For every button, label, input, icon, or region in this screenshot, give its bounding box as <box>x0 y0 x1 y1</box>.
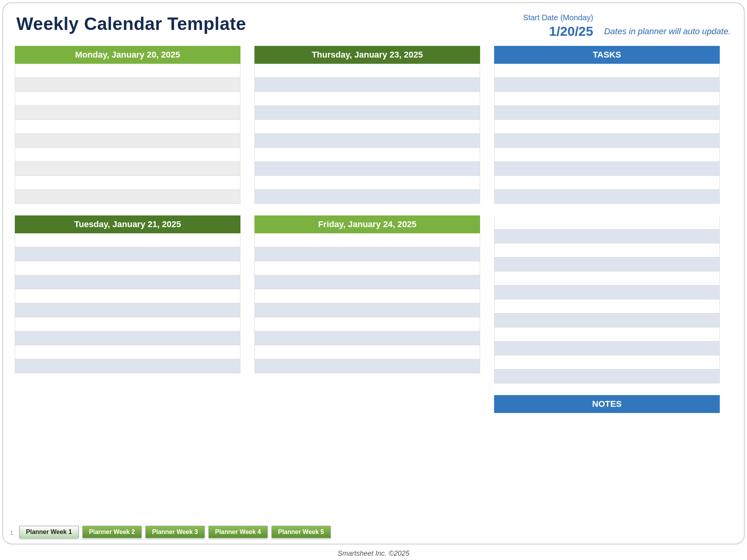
list-row[interactable] <box>15 92 240 106</box>
list-row[interactable] <box>254 176 480 190</box>
list-row[interactable] <box>254 289 480 303</box>
day-rows-friday[interactable] <box>254 233 480 373</box>
list-row[interactable] <box>494 257 720 271</box>
list-row[interactable] <box>254 92 480 106</box>
tasks-rows-bottom[interactable] <box>494 215 720 383</box>
page-title: Weekly Calendar Template <box>16 13 246 34</box>
list-row[interactable] <box>494 369 720 383</box>
list-row[interactable] <box>15 261 240 275</box>
list-row[interactable] <box>254 78 480 92</box>
list-row[interactable] <box>494 162 720 176</box>
row-number-label: 1 <box>10 530 13 538</box>
list-row[interactable] <box>15 303 240 317</box>
list-row[interactable] <box>494 120 720 134</box>
list-row[interactable] <box>494 64 720 78</box>
list-row[interactable] <box>254 359 480 373</box>
day-block-tuesday: Tuesday, January 21, 2025 <box>15 215 240 373</box>
list-row[interactable] <box>254 106 480 120</box>
list-row[interactable] <box>254 303 480 317</box>
list-row[interactable] <box>15 247 240 261</box>
day-rows-thursday[interactable] <box>254 64 480 204</box>
sheet-tab[interactable]: Planner Week 5 <box>272 526 331 538</box>
footer-credit: Smartsheet Inc. ©2025 <box>0 550 747 558</box>
list-row[interactable] <box>15 345 240 359</box>
day-header-tuesday: Tuesday, January 21, 2025 <box>15 215 240 233</box>
column-middle: Thursday, January 23, 2025 Friday, Janua… <box>254 46 480 373</box>
list-row[interactable] <box>15 331 240 345</box>
list-row[interactable] <box>254 120 480 134</box>
column-right: TASKS NOTES <box>494 46 720 413</box>
list-row[interactable] <box>254 331 480 345</box>
list-row[interactable] <box>494 176 720 190</box>
list-row[interactable] <box>494 299 720 313</box>
sheet-tabs: 1 Planner Week 1Planner Week 2Planner We… <box>10 526 331 538</box>
list-row[interactable] <box>254 275 480 289</box>
column-left: Monday, January 20, 2025 Tuesday, Januar… <box>15 46 240 373</box>
sheet-tab[interactable]: Planner Week 1 <box>19 526 79 538</box>
list-row[interactable] <box>254 247 480 261</box>
tasks-rows-top[interactable] <box>494 64 720 204</box>
list-row[interactable] <box>254 345 480 359</box>
list-row[interactable] <box>254 134 480 148</box>
list-row[interactable] <box>15 317 240 331</box>
tasks-header: TASKS <box>494 46 720 64</box>
auto-update-hint: Dates in planner will auto update. <box>604 26 731 39</box>
list-row[interactable] <box>494 327 720 341</box>
calendar-columns: Monday, January 20, 2025 Tuesday, Januar… <box>15 46 732 413</box>
list-row[interactable] <box>15 78 240 92</box>
day-block-thursday: Thursday, January 23, 2025 <box>254 46 480 204</box>
list-row[interactable] <box>494 190 720 204</box>
list-row[interactable] <box>254 162 480 176</box>
day-block-monday: Monday, January 20, 2025 <box>15 46 240 204</box>
notes-block: NOTES <box>494 395 720 413</box>
day-header-friday: Friday, January 24, 2025 <box>254 215 480 233</box>
list-row[interactable] <box>15 176 240 190</box>
start-date-block: Start Date (Monday) 1/20/25 Dates in pla… <box>523 13 731 39</box>
list-row[interactable] <box>494 106 720 120</box>
start-date-caption: Start Date (Monday) <box>523 13 593 22</box>
list-row[interactable] <box>254 261 480 275</box>
sheet-tab[interactable]: Planner Week 4 <box>209 526 268 538</box>
start-date-value[interactable]: 1/20/25 <box>523 24 593 39</box>
page-frame: Weekly Calendar Template Start Date (Mon… <box>2 2 745 544</box>
day-header-thursday: Thursday, January 23, 2025 <box>254 46 480 64</box>
list-row[interactable] <box>15 190 240 204</box>
day-header-monday: Monday, January 20, 2025 <box>15 46 240 64</box>
list-row[interactable] <box>494 92 720 106</box>
list-row[interactable] <box>494 134 720 148</box>
list-row[interactable] <box>15 289 240 303</box>
day-block-friday: Friday, January 24, 2025 <box>254 215 480 373</box>
list-row[interactable] <box>494 355 720 369</box>
list-row[interactable] <box>494 78 720 92</box>
list-row[interactable] <box>494 148 720 162</box>
list-row[interactable] <box>15 106 240 120</box>
list-row[interactable] <box>254 148 480 162</box>
list-row[interactable] <box>15 233 240 247</box>
sheet-tab[interactable]: Planner Week 3 <box>146 526 205 538</box>
list-row[interactable] <box>15 359 240 373</box>
notes-header: NOTES <box>494 395 720 413</box>
list-row[interactable] <box>494 215 720 229</box>
tasks-block: TASKS <box>494 46 720 204</box>
day-rows-tuesday[interactable] <box>15 233 240 373</box>
list-row[interactable] <box>15 134 240 148</box>
list-row[interactable] <box>494 341 720 355</box>
list-row[interactable] <box>15 64 240 78</box>
list-row[interactable] <box>254 233 480 247</box>
header: Weekly Calendar Template Start Date (Mon… <box>15 11 732 46</box>
sheet-tab[interactable]: Planner Week 2 <box>82 526 142 538</box>
list-row[interactable] <box>254 190 480 204</box>
list-row[interactable] <box>494 271 720 285</box>
list-row[interactable] <box>494 229 720 243</box>
list-row[interactable] <box>494 243 720 257</box>
tasks-block-continued <box>494 215 720 383</box>
day-rows-monday[interactable] <box>15 64 240 204</box>
list-row[interactable] <box>494 313 720 327</box>
list-row[interactable] <box>15 148 240 162</box>
list-row[interactable] <box>254 64 480 78</box>
list-row[interactable] <box>15 275 240 289</box>
list-row[interactable] <box>15 120 240 134</box>
list-row[interactable] <box>254 317 480 331</box>
list-row[interactable] <box>494 285 720 299</box>
list-row[interactable] <box>15 162 240 176</box>
